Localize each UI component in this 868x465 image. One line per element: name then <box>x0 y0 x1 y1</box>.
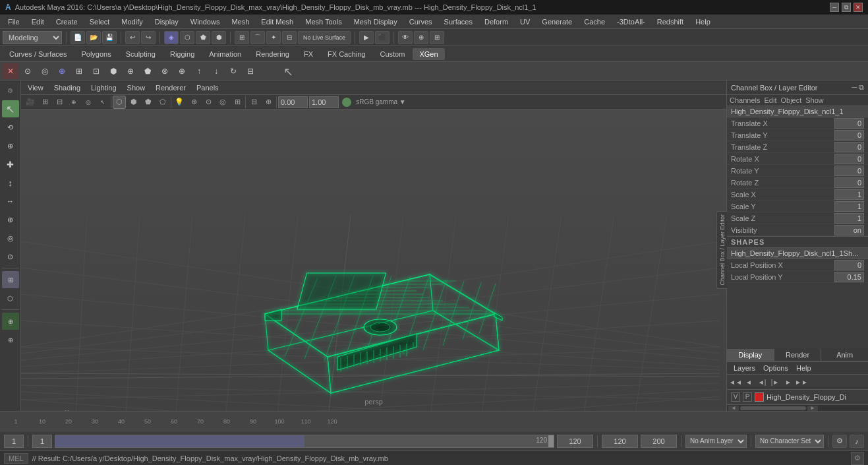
vp-xray-btn[interactable]: ⊟ <box>247 96 260 109</box>
menu-display[interactable]: Display <box>150 16 184 27</box>
layer-scroll-left[interactable]: ◄ <box>728 406 739 411</box>
anim-layer-select[interactable]: No Anim Layer <box>685 435 747 448</box>
mode-selector[interactable]: Modeling Rigging Animation FX Rendering <box>3 31 62 44</box>
vp-lights-btn[interactable]: 💡 <box>173 96 186 109</box>
tab-animation[interactable]: Animation <box>202 48 248 60</box>
vp-motionblur-btn[interactable]: ◎ <box>216 96 229 109</box>
vp-menu-shading[interactable]: Shading <box>50 82 84 93</box>
close-button[interactable]: ✕ <box>854 3 863 12</box>
menu-windows[interactable]: Windows <box>185 16 225 27</box>
menu-redshift[interactable]: Redshift <box>652 16 689 27</box>
icon-guides-btn[interactable]: ◎ <box>37 63 53 79</box>
viewport[interactable]: View Shading Lighting Show Renderer Pane… <box>21 80 726 411</box>
cb-scale-x-input[interactable] <box>834 189 864 200</box>
menu-uv[interactable]: UV <box>515 16 535 27</box>
icon-settings-btn[interactable]: ⊕ <box>174 63 190 79</box>
scripting-lang[interactable]: MEL <box>4 453 28 464</box>
icon-help-btn[interactable]: ⊗ <box>157 63 173 79</box>
range-start-input[interactable] <box>32 435 52 448</box>
char-set-select[interactable]: No Character Set <box>755 435 824 448</box>
tab-xgen[interactable]: XGen <box>413 48 444 60</box>
menu-modify[interactable]: Modify <box>116 16 148 27</box>
icon-render-btn[interactable]: ⬟ <box>140 63 156 79</box>
show-manip-btn[interactable]: ⊙ <box>2 248 19 265</box>
rp-minimize-icon[interactable]: ─ <box>852 83 857 92</box>
menu-help[interactable]: Help <box>690 16 716 27</box>
menu-create[interactable]: Create <box>51 16 83 27</box>
bottom-tool-btn[interactable]: ⊕ <box>2 331 19 348</box>
cb-scale-y-input[interactable] <box>834 201 864 212</box>
icon-description-btn[interactable]: ⊙ <box>20 63 36 79</box>
paint-select-button[interactable]: ⬢ <box>212 31 226 44</box>
settings-corner-btn[interactable]: ⚙ <box>851 452 864 465</box>
vp-menu-view[interactable]: View <box>24 82 47 93</box>
icon-region-btn[interactable]: ⊞ <box>71 63 87 79</box>
cb-visibility-input[interactable] <box>834 225 864 235</box>
snap-to-point-button[interactable]: ✦ <box>266 31 281 44</box>
range-end-display[interactable] <box>557 435 593 448</box>
icon-xgen-btn[interactable]: ✕ <box>3 63 18 79</box>
open-scene-button[interactable]: 📂 <box>86 31 101 44</box>
cb-translate-x-input[interactable] <box>834 118 864 129</box>
tab-curves-surfaces[interactable]: Curves / Surfaces <box>3 48 73 60</box>
vp-dof-btn[interactable]: ⊞ <box>231 96 244 109</box>
vp-paint-btn[interactable]: ◎ <box>82 96 95 109</box>
frame-all-button[interactable]: ⊞ <box>430 31 444 44</box>
cb-scale-z-input[interactable] <box>834 213 864 224</box>
icon-curves-btn[interactable]: ⊕ <box>54 63 70 79</box>
tab-custom[interactable]: Custom <box>374 48 412 60</box>
snap-to-view-plane-button[interactable]: ⊟ <box>282 31 297 44</box>
layer-playback-btn[interactable]: P <box>743 392 752 402</box>
tab-display[interactable]: Display <box>727 349 774 361</box>
ipr-render-button[interactable]: ⬛ <box>375 31 390 44</box>
max-frame-input[interactable] <box>602 435 638 448</box>
redo-button[interactable]: ↪ <box>141 31 156 44</box>
snap-to-curve-button[interactable]: ⌒ <box>250 31 265 44</box>
layer-color-swatch[interactable] <box>755 392 764 402</box>
layer-next-frame-btn[interactable]: |► <box>769 376 781 388</box>
menu-curves[interactable]: Curves <box>404 16 438 27</box>
paint-select-btn[interactable]: ⊕ <box>2 137 19 154</box>
vp-camera-btn[interactable]: 🎥 <box>24 96 37 109</box>
menu-generate[interactable]: Generate <box>536 16 577 27</box>
menu-edit-mesh[interactable]: Edit Mesh <box>256 16 299 27</box>
tab-sculpting[interactable]: Sculpting <box>119 48 162 60</box>
vp-fov-input[interactable] <box>278 96 308 108</box>
render-current-button[interactable]: ▶ <box>359 31 374 44</box>
vp-menu-renderer[interactable]: Renderer <box>152 82 190 93</box>
menu-mesh-display[interactable]: Mesh Display <box>349 16 403 27</box>
cb-edit-menu[interactable]: Edit <box>764 96 776 104</box>
cb-rotate-x-input[interactable] <box>834 154 864 164</box>
tab-render[interactable]: Render <box>774 349 822 361</box>
isolate-btn[interactable]: ⊞ <box>2 271 19 288</box>
cb-rotate-y-input[interactable] <box>834 166 864 176</box>
lasso-select-button[interactable]: ⬟ <box>196 31 210 44</box>
vp-shadows-btn[interactable]: ⊕ <box>187 96 200 109</box>
vp-gamma-input[interactable] <box>309 96 339 108</box>
menu-mesh-tools[interactable]: Mesh Tools <box>300 16 347 27</box>
vp-select-btn[interactable]: ↖ <box>96 96 109 109</box>
scale-tool-btn[interactable]: ↔ <box>2 193 19 210</box>
layer-scroll-right[interactable]: ► <box>807 406 818 411</box>
total-frames-input[interactable] <box>641 435 677 448</box>
vp-sync-btn[interactable]: ⊕ <box>67 96 80 109</box>
universal-manip-btn[interactable]: ⊕ <box>2 211 19 228</box>
layer-visibility-btn[interactable]: V <box>731 392 740 402</box>
layer-menu-layers[interactable]: Layers <box>731 363 758 373</box>
viewport-3d[interactable]: x y z persp <box>21 109 726 411</box>
vp-smooth-btn[interactable]: ⬟ <box>142 96 155 109</box>
tab-polygons[interactable]: Polygons <box>74 48 117 60</box>
vp-menu-show[interactable]: Show <box>123 82 150 93</box>
tab-rendering[interactable]: Rendering <box>249 48 296 60</box>
vp-ao-btn[interactable]: ⊙ <box>202 96 215 109</box>
cb-channels-menu[interactable]: Channels <box>730 96 760 104</box>
snap-to-grid-button[interactable]: ⊞ <box>235 31 249 44</box>
layer-menu-options[interactable]: Options <box>761 363 791 373</box>
layer-next-btn[interactable]: ► <box>782 376 794 388</box>
layer-scrollbar[interactable] <box>740 406 806 410</box>
outliner-btn[interactable]: ⬡ <box>2 290 19 307</box>
menu-deform[interactable]: Deform <box>479 16 513 27</box>
rp-expand-icon[interactable]: ⧉ <box>859 83 864 92</box>
cb-translate-z-input[interactable] <box>834 142 864 152</box>
timeline[interactable]: 1 10 20 30 40 50 60 70 80 90 100 110 120 <box>0 411 868 431</box>
